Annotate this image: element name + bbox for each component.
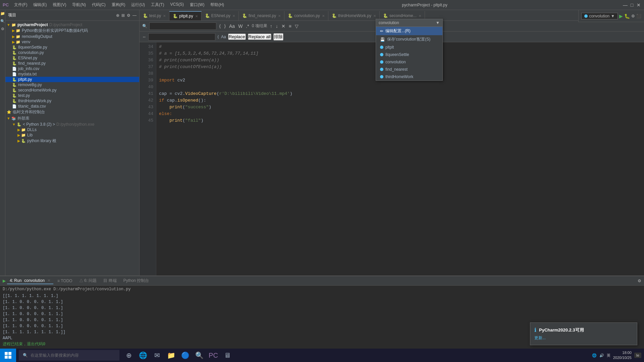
project-header-icon2[interactable]: ⊞: [121, 13, 125, 18]
tree-venv[interactable]: ▶ 📁 venv: [5, 39, 139, 45]
minimize-button[interactable]: —: [623, 2, 628, 8]
bottom-run-close[interactable]: ✕: [47, 278, 51, 283]
taskbar-outlook[interactable]: ✉: [150, 349, 164, 362]
menu-edit[interactable]: 编辑(E): [31, 1, 49, 8]
taskbar-cortana[interactable]: ⊕: [122, 349, 136, 362]
search-down-icon[interactable]: ↓: [275, 23, 279, 29]
search-next-icon[interactable]: ⟩: [223, 23, 226, 29]
config-find-nearest[interactable]: find_nearest: [376, 66, 442, 73]
project-header-icon4[interactable]: —: [132, 13, 137, 18]
config-third[interactable]: thirdHomeWork: [376, 73, 442, 80]
tab-pltplt[interactable]: 🐍 pltplt.py ✕: [169, 11, 201, 20]
tree-pltplt[interactable]: 🐍 pltplt.py: [5, 77, 139, 82]
debug-button[interactable]: 🐛: [624, 13, 630, 19]
start-button[interactable]: [0, 349, 16, 362]
taskbar-explorer[interactable]: 📁: [164, 349, 178, 362]
regex-btn[interactable]: .*: [245, 23, 250, 29]
replace-case-icon[interactable]: Aa: [221, 35, 226, 39]
maximize-button[interactable]: □: [629, 2, 635, 8]
tree-esnnet[interactable]: 🐍 ESNnet.py: [5, 55, 139, 61]
bottom-tab-problems[interactable]: △ 6: 问题: [76, 277, 100, 284]
tree-mydata[interactable]: 📄 mydata.txt: [5, 71, 139, 77]
bottom-tab-run[interactable]: 4: Run convolution ✕: [7, 278, 53, 284]
search-input[interactable]: [149, 22, 216, 30]
bottom-tab-python-console[interactable]: Python 控制台: [121, 277, 152, 284]
tray-notification[interactable]: Ie: [634, 353, 641, 358]
taskbar-pycharm[interactable]: PC: [207, 349, 220, 362]
tree-python38[interactable]: ▼ 🐍 < Python 3.8 (2) > D:/python/python.…: [5, 122, 139, 127]
tree-temp[interactable]: ⭐ 临时文件和控制台: [5, 109, 139, 115]
replace-button[interactable]: Replace: [228, 34, 246, 40]
menu-nav[interactable]: 导航(N): [69, 1, 89, 8]
config-convolution[interactable]: convolution: [376, 58, 442, 66]
run-config-button[interactable]: convolution ▼: [581, 13, 618, 19]
tree-dlls[interactable]: ▶ 📁 DLLs: [5, 127, 139, 132]
bottom-tab-todo[interactable]: ≡ TODO: [55, 278, 75, 284]
tab-find-nearest[interactable]: 🐍 find_nearest.py ✕: [239, 11, 284, 20]
taskbar-clock[interactable]: 18:00 2020/10/25: [613, 350, 632, 361]
project-header-icon1[interactable]: ⊕: [116, 13, 119, 18]
menu-window[interactable]: 窗口(W): [187, 1, 207, 8]
tree-removebg[interactable]: ▶ 📁 removeBgOutput: [5, 34, 139, 39]
bottom-settings-icon[interactable]: ⚙: [638, 279, 641, 283]
replace-all-button[interactable]: Replace all: [248, 34, 271, 40]
tree-python-lib[interactable]: ▶ 🐍 python library 根: [5, 138, 139, 144]
case-sensitive-btn[interactable]: Aa: [228, 23, 235, 29]
search-filter-icon[interactable]: ▽: [294, 23, 299, 29]
bottom-tab-terminal[interactable]: 目 终端: [101, 277, 119, 284]
tray-lang[interactable]: 英: [607, 353, 610, 358]
tab-esnnet-close[interactable]: ✕: [232, 14, 235, 18]
run-button[interactable]: ▶: [619, 13, 623, 19]
tree-test[interactable]: 🐍 test.py: [5, 93, 139, 98]
tree-job-info[interactable]: 📄 job_info.csv: [5, 66, 139, 71]
toolbar-icon-2[interactable]: 🔍: [0, 19, 5, 23]
tree-find-nearest[interactable]: 🐍 find_nearest.py: [5, 61, 139, 66]
exclude-button[interactable]: 排除: [273, 33, 283, 41]
tab-find-nearest-close[interactable]: ✕: [278, 14, 281, 18]
config-pltplt[interactable]: pltplt: [376, 44, 442, 51]
taskbar-search-box[interactable]: 🔍: [19, 350, 119, 361]
tree-removebg-py[interactable]: 🐍 removeBg.py: [5, 82, 139, 87]
search-settings-icon[interactable]: ≡: [288, 23, 292, 29]
menu-view[interactable]: 视图(V): [50, 1, 69, 8]
taskbar-search-input[interactable]: [31, 353, 104, 358]
tree-root[interactable]: ▼ 📁 pycharmProject D:/pycharmProject: [5, 22, 139, 27]
tab-third[interactable]: 🐍 thirdHomeWork.py ✕: [328, 11, 380, 20]
close-button[interactable]: ✕: [636, 2, 641, 8]
menu-tools[interactable]: 工具(T): [148, 1, 167, 8]
search-prev-icon[interactable]: ⟨: [218, 23, 221, 29]
tab-esnnet[interactable]: 🐍 ESNnet.py ✕: [202, 11, 239, 20]
replace-input[interactable]: [148, 33, 215, 41]
project-header-icon3[interactable]: ⚙: [127, 13, 130, 18]
menu-code[interactable]: 代码(C): [89, 1, 108, 8]
tree-lib[interactable]: ▶ 📁 Lib: [5, 132, 139, 138]
edit-config-item[interactable]: ✏ 编辑配置...(R): [376, 27, 442, 35]
taskbar-edge[interactable]: 🌐: [136, 349, 150, 362]
taskbar-unknown[interactable]: 🖥: [221, 349, 234, 362]
taskbar-search2[interactable]: 🔍: [193, 349, 206, 362]
save-config-item[interactable]: 💾 保存'convolution'配置(S): [376, 35, 442, 44]
tab-convolution-close[interactable]: ✕: [322, 14, 325, 18]
tree-titanic[interactable]: 📄 titanic_data.csv: [5, 104, 139, 109]
menu-refactor[interactable]: 重构(R): [109, 1, 128, 8]
coverage-button[interactable]: ⚙: [631, 14, 635, 18]
search-close-icon[interactable]: ✕: [281, 23, 286, 29]
menu-file[interactable]: 文件(F): [11, 1, 30, 8]
tab-convolution[interactable]: 🐍 convolution.py ✕: [284, 11, 328, 20]
tree-8queen[interactable]: 🐍 8queenSettle.py: [5, 45, 139, 50]
tray-network-icon[interactable]: 🌐: [592, 353, 597, 358]
tree-secondhomework[interactable]: 🐍 secondHomeWork.py: [5, 87, 139, 93]
tree-external[interactable]: ▼ 📚 外部库: [5, 115, 139, 122]
config-8queen[interactable]: 8queenSettle: [376, 51, 442, 58]
whole-word-btn[interactable]: W: [237, 23, 243, 29]
tab-pltplt-close[interactable]: ✕: [195, 14, 198, 18]
tree-convolution[interactable]: 🐍 convolution.py: [5, 50, 139, 55]
replace-prev-icon[interactable]: ⟨: [217, 35, 219, 39]
tab-test[interactable]: 🐍 test.py ✕: [140, 11, 169, 20]
notification-update-link[interactable]: 更新...: [534, 336, 546, 340]
menu-run[interactable]: 运行(U): [128, 1, 148, 8]
search-up-icon[interactable]: ↑: [269, 23, 273, 29]
tab-third-close[interactable]: ✕: [373, 14, 376, 18]
tree-thirdhomework[interactable]: 🐍 thirdHomeWork.py: [5, 98, 139, 104]
toolbar-icon-3[interactable]: ⚙: [1, 27, 4, 31]
